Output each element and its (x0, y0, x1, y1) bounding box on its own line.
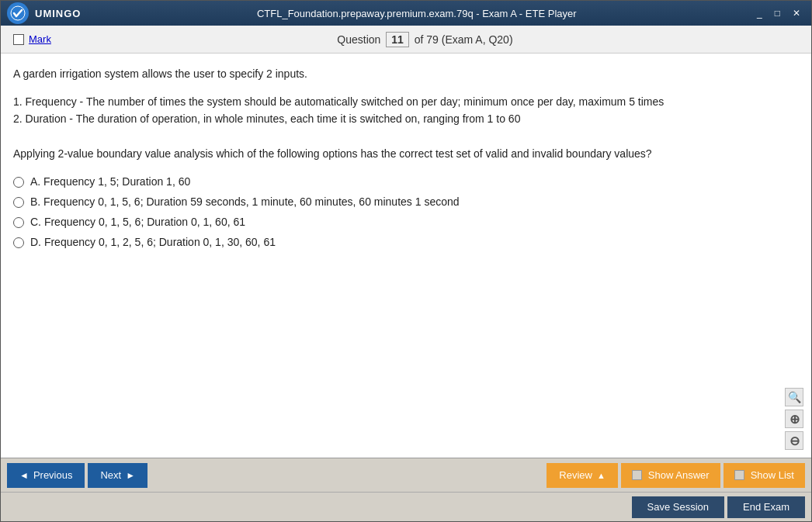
option-radio-b[interactable] (13, 197, 24, 208)
bottom-toolbar: ◄ Previous Next ► Review ▲ Show Answer S… (1, 458, 811, 492)
close-button[interactable]: ✕ (788, 7, 805, 19)
question-number: 11 (386, 32, 409, 47)
show-answer-checkbox (632, 470, 642, 480)
option-label-a: A. Frequency 1, 5; Duration 1, 60 (30, 175, 190, 188)
show-answer-button[interactable]: Show Answer (621, 463, 720, 488)
question-body-line2: 2. Duration - The duration of operation,… (13, 110, 799, 127)
save-end-bar: Save Session End Exam (1, 492, 811, 521)
option-radio-c[interactable] (13, 217, 24, 228)
minimize-button[interactable]: _ (752, 7, 767, 19)
next-label: Next (100, 469, 121, 481)
title-bar-left: UMINGO (7, 2, 81, 24)
option-item-a[interactable]: A. Frequency 1, 5; Duration 1, 60 (13, 175, 799, 188)
option-radio-a[interactable] (13, 177, 24, 188)
option-item-c[interactable]: C. Frequency 0, 1, 5, 6; Duration 0, 1, … (13, 216, 799, 228)
zoom-tools: 🔍 ⊕ ⊖ (785, 388, 803, 450)
maximize-button[interactable]: □ (770, 7, 785, 19)
option-item-d[interactable]: D. Frequency 0, 1, 2, 5, 6; Duration 0, … (13, 236, 799, 248)
next-button[interactable]: Next ► (88, 463, 147, 488)
previous-label: Previous (33, 469, 73, 481)
mark-area: Mark (13, 33, 51, 45)
app-logo-icon (7, 2, 29, 24)
mark-checkbox[interactable] (13, 34, 24, 45)
option-label-b: B. Frequency 0, 1, 5, 6; Duration 59 sec… (30, 195, 460, 208)
next-arrow-icon: ► (126, 470, 135, 481)
previous-button[interactable]: ◄ Previous (7, 463, 85, 488)
zoom-in-button[interactable]: ⊕ (785, 410, 803, 428)
search-button[interactable]: 🔍 (785, 388, 803, 406)
save-session-button[interactable]: Save Session (632, 496, 725, 518)
dropdown-arrow-icon: ▲ (597, 471, 606, 480)
show-answer-label: Show Answer (648, 469, 710, 481)
review-label: Review (559, 469, 592, 481)
question-info: Question 11 of 79 (Exam A, Q20) (51, 32, 799, 47)
question-intro: A garden irrigation system allows the us… (13, 66, 799, 82)
window-title: CTFL_Foundation.prepaway.premium.exam.79… (81, 8, 752, 19)
option-radio-d[interactable] (13, 237, 24, 248)
prev-arrow-icon: ◄ (19, 470, 29, 481)
zoom-out-button[interactable]: ⊖ (785, 431, 803, 450)
app-window: UMINGO CTFL_Foundation.prepaway.premium.… (0, 0, 812, 522)
show-list-checkbox (734, 470, 744, 480)
header-bar: Mark Question 11 of 79 (Exam A, Q20) (1, 26, 811, 54)
question-total: of 79 (Exam A, Q20) (415, 33, 513, 46)
question-label: Question (337, 33, 380, 46)
option-item-b[interactable]: B. Frequency 0, 1, 5, 6; Duration 59 sec… (13, 195, 799, 208)
window-controls: _ □ ✕ (752, 7, 805, 19)
show-list-button[interactable]: Show List (724, 463, 805, 488)
question-body-line1: 1. Frequency - The number of times the s… (13, 93, 799, 110)
content-area: A garden irrigation system allows the us… (1, 54, 811, 458)
logo-text: UMINGO (35, 8, 81, 19)
end-exam-button[interactable]: End Exam (727, 496, 805, 518)
mark-link[interactable]: Mark (29, 33, 51, 45)
show-list-label: Show List (751, 469, 794, 481)
review-button[interactable]: Review ▲ (547, 463, 618, 488)
option-label-d: D. Frequency 0, 1, 2, 5, 6; Duration 0, … (30, 236, 276, 248)
question-body: 1. Frequency - The number of times the s… (13, 93, 799, 163)
option-label-c: C. Frequency 0, 1, 5, 6; Duration 0, 1, … (30, 216, 245, 228)
options-area: A. Frequency 1, 5; Duration 1, 60B. Freq… (13, 175, 799, 248)
question-body-line3: Applying 2-value boundary value analysis… (13, 145, 799, 162)
title-bar: UMINGO CTFL_Foundation.prepaway.premium.… (1, 1, 811, 26)
